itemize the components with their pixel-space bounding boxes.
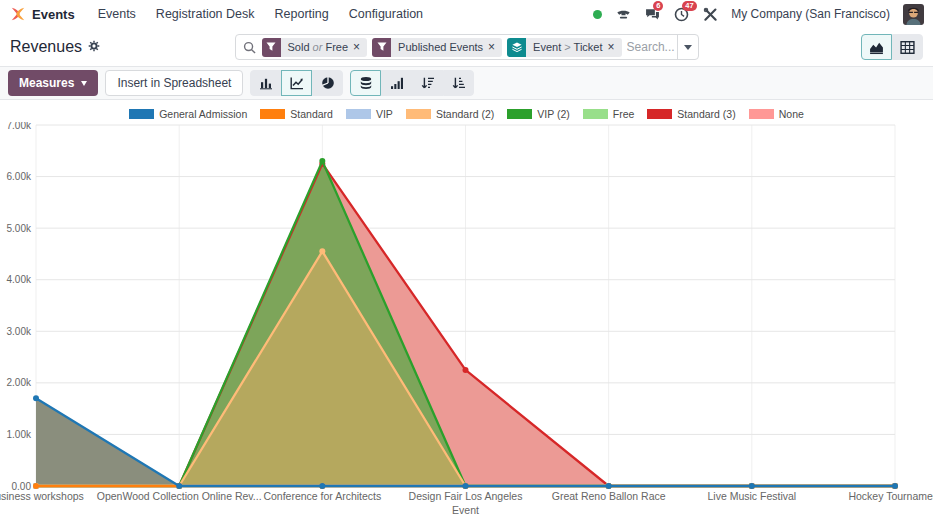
chevron-down-icon — [684, 45, 692, 50]
legend-swatch — [647, 109, 672, 119]
company-name[interactable]: My Company (San Francisco) — [731, 7, 890, 21]
search-icon — [243, 41, 256, 54]
pivot-table-icon — [900, 40, 915, 55]
chart-option-cumulative-button[interactable] — [381, 70, 412, 96]
legend-swatch — [749, 109, 774, 119]
legend-item[interactable]: Standard (3) — [647, 108, 735, 120]
facet-label: Sold or Free — [288, 41, 349, 53]
legend-item[interactable]: Standard — [260, 108, 333, 120]
svg-text:Live Music Festival: Live Music Festival — [707, 490, 796, 502]
sort-desc-icon — [421, 76, 435, 90]
filter-facet[interactable]: Sold or Free× — [262, 38, 368, 57]
data-point[interactable] — [749, 483, 755, 489]
legend-item[interactable]: Free — [583, 108, 635, 120]
data-point[interactable] — [606, 483, 612, 489]
legend-item[interactable]: None — [749, 108, 804, 120]
svg-text:1.00k: 1.00k — [7, 429, 32, 440]
menu-events[interactable]: Events — [89, 4, 145, 24]
pivot-view-button[interactable] — [892, 34, 923, 60]
cumulative-icon — [390, 76, 404, 90]
systray: 6 47 My Company (San Francisco) — [593, 4, 924, 25]
online-status-icon — [593, 10, 602, 19]
remove-facet-icon[interactable]: × — [488, 41, 495, 53]
sort-asc-icon — [452, 76, 466, 90]
data-point[interactable] — [319, 483, 325, 489]
group-by-icon — [507, 38, 526, 57]
stacked-icon — [359, 76, 373, 90]
chart-type-bar-button[interactable] — [250, 70, 281, 96]
app-switcher[interactable]: Events — [9, 6, 75, 22]
svg-text:Conference for Architects: Conference for Architects — [263, 490, 381, 502]
search-facets: Sold or Free×Published Events×Event > Ti… — [262, 38, 627, 57]
user-avatar[interactable] — [903, 4, 924, 25]
pie-icon — [321, 76, 335, 90]
svg-text:Hockey Tournament: Hockey Tournament — [848, 490, 933, 502]
main-menu: Events Registration Desk Reporting Confi… — [89, 4, 432, 24]
search-options-toggle[interactable] — [677, 35, 698, 59]
chart-option-sort-desc-button[interactable] — [412, 70, 443, 96]
chart-type-pie-button[interactable] — [312, 70, 343, 96]
activities-clock-icon[interactable]: 47 — [673, 6, 689, 22]
tools-icon[interactable] — [702, 6, 718, 22]
menu-registration-desk[interactable]: Registration Desk — [147, 4, 264, 24]
view-switcher — [861, 34, 923, 60]
svg-text:Business workshops: Business workshops — [0, 490, 84, 502]
data-point[interactable] — [463, 483, 469, 489]
app-name: Events — [32, 7, 75, 22]
graph-view-button[interactable] — [861, 34, 892, 60]
legend-label: Standard (3) — [677, 108, 735, 120]
page-title: Revenues — [10, 38, 82, 56]
data-point[interactable] — [176, 483, 182, 489]
data-point[interactable] — [33, 395, 39, 401]
odoo-logo-icon — [9, 6, 27, 22]
activities-badge: 47 — [682, 1, 696, 11]
data-point[interactable] — [319, 248, 325, 254]
legend-label: VIP (2) — [537, 108, 569, 120]
view-settings-gear-icon[interactable] — [88, 38, 100, 56]
svg-text:2.00k: 2.00k — [7, 377, 32, 388]
groupby-facet[interactable]: Event > Ticket× — [507, 38, 621, 57]
chart-option-group — [350, 70, 474, 96]
search-bar[interactable]: Sold or Free×Published Events×Event > Ti… — [235, 34, 699, 60]
svg-text:Design Fair Los Angeles: Design Fair Los Angeles — [409, 490, 523, 502]
legend-swatch — [129, 109, 154, 119]
chart-legend: General AdmissionStandardVIPStandard (2)… — [0, 100, 933, 122]
revenue-area-chart: 0.001.00k2.00k3.00k4.00k5.00k6.00k7.00kB… — [0, 122, 933, 519]
chart-option-stacked-button[interactable] — [350, 70, 381, 96]
discuss-messages-icon[interactable]: 6 — [644, 6, 660, 22]
legend-label: Standard — [290, 108, 333, 120]
breadcrumb: Revenues — [10, 38, 100, 56]
chart-option-sort-asc-button[interactable] — [443, 70, 474, 96]
data-point[interactable] — [319, 158, 325, 164]
svg-text:4.00k: 4.00k — [7, 274, 32, 285]
legend-item[interactable]: VIP (2) — [507, 108, 569, 120]
svg-text:3.00k: 3.00k — [7, 326, 32, 337]
svg-text:5.00k: 5.00k — [7, 223, 32, 234]
legend-item[interactable]: Standard (2) — [406, 108, 494, 120]
menu-configuration[interactable]: Configuration — [340, 4, 432, 24]
graph-toolbar: Measures Insert in Spreadsheet — [0, 66, 933, 100]
data-point[interactable] — [33, 483, 39, 489]
legend-item[interactable]: VIP — [346, 108, 393, 120]
chart-type-line-button[interactable] — [281, 70, 312, 96]
navbar: Events Events Registration Desk Reportin… — [0, 0, 933, 28]
legend-swatch — [260, 109, 285, 119]
data-point[interactable] — [892, 483, 898, 489]
svg-text:6.00k: 6.00k — [7, 171, 32, 182]
filter-facet[interactable]: Published Events× — [372, 38, 502, 57]
remove-facet-icon[interactable]: × — [353, 41, 360, 53]
legend-swatch — [406, 109, 431, 119]
voip-phone-icon[interactable] — [615, 6, 631, 22]
svg-text:OpenWood Collection Online Rev: OpenWood Collection Online Rev... — [97, 490, 262, 502]
insert-in-spreadsheet-button[interactable]: Insert in Spreadsheet — [105, 70, 243, 96]
measures-button[interactable]: Measures — [8, 70, 98, 96]
search-input[interactable] — [627, 40, 677, 54]
svg-text:Event: Event — [452, 504, 479, 516]
data-point[interactable] — [463, 367, 469, 373]
remove-facet-icon[interactable]: × — [608, 41, 615, 53]
legend-swatch — [583, 109, 608, 119]
facet-label: Event > Ticket — [533, 41, 602, 53]
legend-item[interactable]: General Admission — [129, 108, 247, 120]
menu-reporting[interactable]: Reporting — [266, 4, 338, 24]
legend-swatch — [346, 109, 371, 119]
